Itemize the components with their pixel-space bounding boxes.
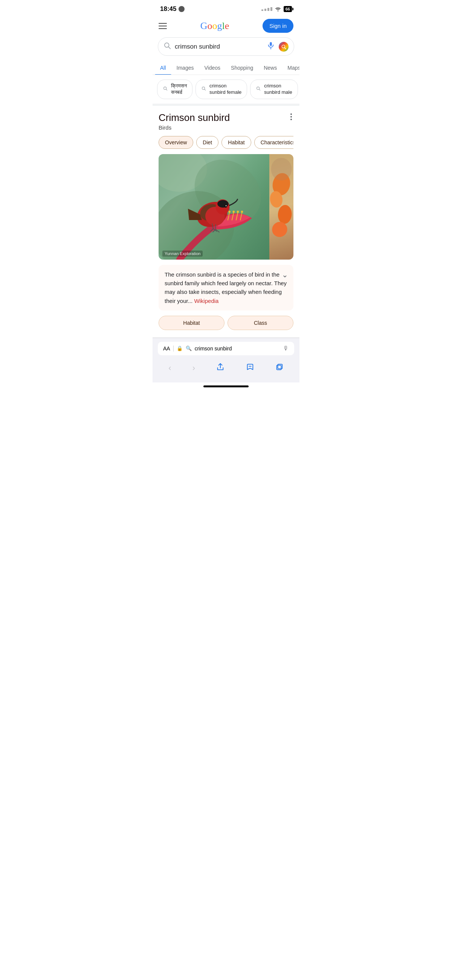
- nav-bar: ‹ ›: [158, 359, 294, 379]
- browser-bar: AA 🔒 🔍 crimson sunbird 🎙 ‹ ›: [153, 337, 299, 382]
- bookmarks-icon: [246, 363, 254, 373]
- home-indicator: [153, 382, 299, 389]
- tab-news[interactable]: News: [258, 61, 282, 75]
- description-box: ⌄ The crimson sunbird is a species of bi…: [159, 265, 293, 310]
- tab-videos[interactable]: Videos: [199, 61, 226, 75]
- logo-letter-o1: o: [207, 20, 212, 32]
- suggestion-text-2: crimsonsunbird female: [209, 83, 242, 96]
- suggestion-text-3: crimsonsunbird male: [264, 83, 292, 96]
- suggestion-male[interactable]: crimsonsunbird male: [250, 80, 298, 99]
- battery-indicator: 66: [283, 6, 292, 12]
- more-options-button[interactable]: [289, 112, 293, 122]
- suggestion-hindi[interactable]: क्रिमसनसनबर्ड: [157, 80, 193, 99]
- time-display: 18:45: [160, 5, 176, 13]
- battery-level: 66: [285, 7, 290, 11]
- lens-icon[interactable]: [279, 42, 288, 52]
- tabs-button[interactable]: [272, 361, 287, 375]
- logo-letter-l: l: [222, 20, 225, 32]
- share-button[interactable]: [212, 361, 228, 375]
- svg-line-1: [169, 47, 170, 49]
- tab-shopping[interactable]: Shopping: [226, 61, 258, 75]
- logo-letter-e: e: [225, 20, 229, 32]
- bird-side-image[interactable]: [269, 154, 293, 259]
- bird-main-image[interactable]: Yunnan Exploration: [159, 154, 269, 259]
- google-logo: G o o g l e: [201, 20, 229, 32]
- category-diet[interactable]: Diet: [196, 136, 218, 149]
- knowledge-panel: Crimson sunbird Birds Overview Diet Habi…: [153, 106, 299, 337]
- tab-all[interactable]: All: [155, 61, 171, 75]
- class-button[interactable]: Class: [228, 316, 293, 330]
- suggestion-search-icon-1: [163, 86, 168, 92]
- signal-dots: [261, 7, 272, 11]
- bird-main-canvas: [159, 154, 269, 259]
- forward-icon: ›: [193, 363, 195, 373]
- divider: [173, 345, 173, 352]
- aa-text[interactable]: AA: [163, 345, 170, 352]
- back-button[interactable]: ‹: [165, 361, 175, 375]
- category-characteristics[interactable]: Characteristics: [254, 136, 293, 149]
- svg-line-7: [166, 89, 167, 91]
- search-icon: [164, 42, 171, 51]
- bird-images[interactable]: Yunnan Exploration: [159, 154, 293, 259]
- back-icon: ‹: [169, 363, 171, 373]
- address-bar[interactable]: AA 🔒 🔍 crimson sunbird 🎙: [158, 342, 294, 355]
- image-credit: Yunnan Exploration: [162, 251, 203, 256]
- forward-button[interactable]: ›: [189, 361, 199, 375]
- habitat-button[interactable]: Habitat: [159, 316, 224, 330]
- svg-rect-14: [278, 364, 282, 369]
- bookmarks-button[interactable]: [242, 361, 258, 375]
- tabs-icon: [275, 363, 283, 373]
- search-bar[interactable]: crimson sunbird: [158, 37, 294, 56]
- svg-line-9: [205, 89, 206, 91]
- wifi-icon: [275, 6, 282, 12]
- svg-rect-2: [270, 42, 272, 46]
- kp-title: Crimson sunbird: [159, 112, 230, 124]
- menu-button[interactable]: [159, 23, 167, 29]
- kp-header: Crimson sunbird: [159, 112, 293, 124]
- mic-button-bar[interactable]: 🎙: [283, 345, 289, 352]
- bottom-buttons: Habitat Class: [159, 316, 293, 337]
- tab-maps[interactable]: Maps: [282, 61, 299, 75]
- suggestion-female[interactable]: crimsonsunbird female: [196, 80, 247, 99]
- expand-icon[interactable]: ⌄: [282, 270, 288, 279]
- svg-line-11: [259, 89, 260, 91]
- svg-rect-13: [277, 365, 282, 370]
- search-tabs: All Images Videos Shopping News Maps Se: [153, 61, 299, 75]
- lock-icon: 🔒: [177, 345, 183, 351]
- share-icon: [216, 363, 224, 373]
- bird-side-canvas: [269, 154, 293, 259]
- header: G o o g l e Sign in: [153, 16, 299, 37]
- search-suggestions: क्रिमसनसनबर्ड crimsonsunbird female crim…: [153, 75, 299, 106]
- suggestion-search-icon-3: [256, 86, 261, 92]
- wikipedia-link[interactable]: Wikipedia: [194, 298, 218, 304]
- logo-letter-g: G: [201, 20, 207, 32]
- suggestion-search-icon-2: [201, 86, 207, 92]
- search-icon-bar: 🔍: [186, 345, 192, 351]
- status-time: 18:45: [160, 5, 185, 13]
- microphone-icon[interactable]: [267, 41, 275, 52]
- url-text[interactable]: crimson sunbird: [195, 345, 280, 352]
- person-icon: [178, 6, 185, 12]
- search-bar-wrapper: crimson sunbird: [153, 37, 299, 61]
- suggestion-text-1: क्रिमसनसनबर्ड: [171, 83, 187, 96]
- svg-line-5: [285, 48, 286, 49]
- status-icons: 66: [261, 6, 292, 12]
- logo-letter-o2: o: [212, 20, 217, 32]
- description-text: The crimson sunbird is a species of bird…: [165, 270, 287, 305]
- status-bar: 18:45 66: [153, 0, 299, 16]
- category-overview[interactable]: Overview: [159, 136, 193, 149]
- category-habitat[interactable]: Habitat: [221, 136, 251, 149]
- home-bar: [204, 385, 248, 387]
- sign-in-button[interactable]: Sign in: [263, 19, 293, 33]
- search-query-text[interactable]: crimson sunbird: [175, 43, 263, 51]
- category-pills: Overview Diet Habitat Characteristics: [159, 136, 293, 149]
- logo-letter-g2: g: [217, 20, 222, 32]
- tab-images[interactable]: Images: [171, 61, 199, 75]
- kp-subtitle: Birds: [159, 124, 293, 131]
